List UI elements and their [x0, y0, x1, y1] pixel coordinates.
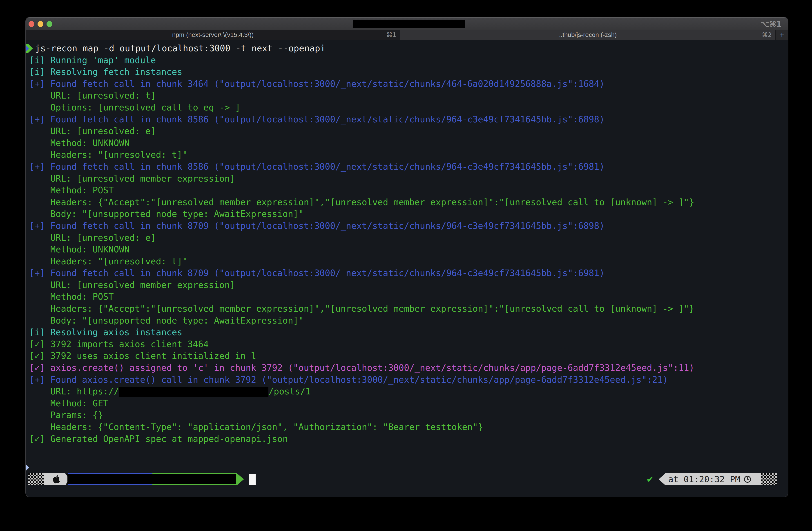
- status-check-icon: ✔: [646, 473, 654, 485]
- terminal-line: [i] Running 'map' module: [29, 54, 788, 66]
- terminal-line: [✓] 3792 imports axios client 3464: [29, 338, 788, 350]
- terminal-line: [i] Resolving fetch instances: [29, 66, 788, 78]
- terminal-text: Headers: {"Accept":"[unresolved member e…: [29, 304, 694, 314]
- terminal-line: Params: {}: [29, 409, 788, 421]
- terminal-text: [+] Found fetch call in chunk 8586 ("out…: [29, 114, 605, 124]
- terminal-text: Method: UNKNOWN: [29, 138, 130, 148]
- terminal-text: Method: POST: [29, 185, 114, 195]
- status-redaction-box: [68, 474, 236, 484]
- terminal-line: Body: "[unsupported node type: AwaitExpr…: [29, 208, 788, 220]
- terminal-cursor: [249, 474, 256, 485]
- terminal-line: Method: UNKNOWN: [29, 244, 788, 256]
- terminal-text: Headers: {"Content-Type": "application/j…: [29, 422, 483, 432]
- terminal-line: URL: [unresolved member expression]: [29, 279, 788, 291]
- terminal-line: Method: POST: [29, 184, 788, 196]
- terminal-content: js-recon map -d output/localhost:3000 -t…: [26, 40, 788, 497]
- tab-shortcut-badge: ⌘2: [762, 31, 772, 38]
- redaction-box: [119, 387, 269, 397]
- terminal-line: Body: "[unsupported node type: AwaitExpr…: [29, 315, 788, 327]
- terminal-text: [✓] 3792 imports axios client 3464: [29, 339, 208, 349]
- status-time-label: at 01:20:32 PM: [668, 474, 740, 484]
- terminal-text: Params: {}: [29, 410, 103, 420]
- terminal-text: [+] Found fetch call in chunk 8709 ("out…: [29, 221, 605, 231]
- terminal-line: Headers: "[unresolved: t]": [29, 149, 788, 161]
- terminal-text: [i] Running 'map' module: [29, 55, 156, 65]
- terminal-line: URL: [unresolved: e]: [29, 125, 788, 137]
- terminal-line: Headers: "[unresolved: t]": [29, 256, 788, 267]
- close-button[interactable]: [29, 21, 34, 27]
- terminal-line: Headers: {"Accept":"[unresolved member e…: [29, 303, 788, 315]
- terminal-window: ⌥⌘1 npm (next-server\ \(v15.4.3\)) ⌘1 ..…: [26, 17, 788, 497]
- tab-js-recon-zsh[interactable]: ..thub/js-recon (-zsh) ⌘2: [401, 30, 775, 40]
- terminal-line: Options: [unresolved call to eq -> ]: [29, 102, 788, 114]
- next-prompt-chevron-icon: [26, 464, 29, 471]
- tmux-status-bar: ✔ at 01:20:32 PM: [26, 473, 788, 485]
- terminal-line: [✓] 3792 uses axios client initialized i…: [29, 350, 788, 362]
- terminal-line: [+] Found axios.create() call in chunk 3…: [29, 374, 788, 386]
- terminal-line: URL: [unresolved: t]: [29, 90, 788, 102]
- dither-pattern-left: [28, 473, 44, 485]
- terminal-line: URL: https:///posts/1: [29, 386, 788, 397]
- terminal-text: URL: https://: [29, 386, 119, 396]
- status-time-segment: at 01:20:32 PM: [659, 473, 761, 485]
- terminal-line: Headers: {"Content-Type": "application/j…: [29, 421, 788, 433]
- terminal-text: /posts/1: [269, 386, 311, 396]
- terminal-text: [✓] 3792 uses axios client initialized i…: [29, 351, 256, 361]
- terminal-text: Method: UNKNOWN: [29, 244, 130, 254]
- tab-label: npm (next-server\ \(v15.4.3\)): [172, 31, 254, 39]
- terminal-text: [+] Found fetch call in chunk 3464 ("out…: [29, 79, 605, 89]
- tab-npm-next-server[interactable]: npm (next-server\ \(v15.4.3\)) ⌘1: [26, 30, 401, 40]
- terminal-text: Body: "[unsupported node type: AwaitExpr…: [29, 316, 304, 325]
- terminal-line: Method: GET: [29, 397, 788, 409]
- terminal-text: URL: [unresolved member expression]: [29, 280, 235, 290]
- terminal-text: [+] Found fetch call in chunk 8586 ("out…: [29, 162, 605, 172]
- terminal-line: URL: [unresolved: e]: [29, 232, 788, 244]
- terminal-text: [✓] axios.create() assigned to 'c' in ch…: [29, 363, 694, 373]
- terminal-text: URL: [unresolved: e]: [29, 126, 156, 136]
- terminal-line: [+] Found fetch call in chunk 8586 ("out…: [29, 114, 788, 126]
- terminal-text: Headers: "[unresolved: t]": [29, 256, 188, 266]
- terminal-text: Headers: {"Accept":"[unresolved member e…: [29, 197, 694, 207]
- terminal-line: [✓] Generated OpenAPI spec at mapped-ope…: [29, 433, 788, 445]
- terminal-line: [+] Found fetch call in chunk 8586 ("out…: [29, 161, 788, 173]
- terminal-text: Method: GET: [29, 398, 108, 408]
- terminal-text: Body: "[unsupported node type: AwaitExpr…: [29, 209, 304, 219]
- terminal-text: [i] Resolving fetch instances: [29, 67, 182, 77]
- terminal-text: [i] Resolving axios instances: [29, 327, 182, 337]
- apple-icon: [53, 475, 60, 484]
- title-bar: ⌥⌘1: [26, 17, 788, 30]
- title-redaction-box: [353, 20, 465, 28]
- terminal-line: Method: UNKNOWN: [29, 137, 788, 149]
- terminal-text: URL: [unresolved member expression]: [29, 173, 235, 184]
- tab-shortcut-badge: ⌘1: [387, 31, 396, 38]
- terminal-text: [+] Found axios.create() call in chunk 3…: [29, 375, 668, 385]
- zoom-button[interactable]: [46, 21, 53, 27]
- terminal-line: [+] Found fetch call in chunk 8709 ("out…: [29, 220, 788, 232]
- terminal-line: Method: POST: [29, 291, 788, 303]
- terminal-text: URL: [unresolved: e]: [29, 233, 156, 243]
- apple-logo-segment: [44, 473, 69, 485]
- terminal-line: [i] Resolving axios instances: [29, 326, 788, 338]
- terminal-output: js-recon map -d output/localhost:3000 -t…: [26, 40, 788, 445]
- window-shortcut-indicator: ⌥⌘1: [760, 18, 782, 30]
- terminal-line: js-recon map -d output/localhost:3000 -t…: [29, 43, 788, 54]
- new-tab-button[interactable]: +: [775, 30, 788, 40]
- clock-icon: [743, 475, 752, 483]
- dither-pattern-right: [761, 473, 777, 485]
- terminal-text: Method: POST: [29, 292, 114, 302]
- terminal-line: [+] Found fetch call in chunk 8709 ("out…: [29, 267, 788, 279]
- terminal-line: [✓] axios.create() assigned to 'c' in ch…: [29, 362, 788, 374]
- minimize-button[interactable]: [38, 21, 43, 27]
- terminal-text: [+] Found fetch call in chunk 8709 ("out…: [29, 268, 605, 278]
- terminal-text: URL: [unresolved: t]: [29, 90, 156, 101]
- terminal-line: URL: [unresolved member expression]: [29, 173, 788, 185]
- tab-bar: npm (next-server\ \(v15.4.3\)) ⌘1 ..thub…: [26, 30, 788, 40]
- terminal-text: Options: [unresolved call to eq -> ]: [29, 102, 240, 112]
- traffic-lights: [29, 18, 53, 30]
- terminal-text: js-recon map -d output/localhost:3000 -t…: [35, 43, 325, 53]
- tab-label: ..thub/js-recon (-zsh): [559, 31, 617, 39]
- terminal-text: Headers: "[unresolved: t]": [29, 150, 188, 160]
- terminal-text: [✓] Generated OpenAPI spec at mapped-ope…: [29, 434, 288, 444]
- terminal-line: Headers: {"Accept":"[unresolved member e…: [29, 196, 788, 208]
- terminal-line: [+] Found fetch call in chunk 3464 ("out…: [29, 78, 788, 90]
